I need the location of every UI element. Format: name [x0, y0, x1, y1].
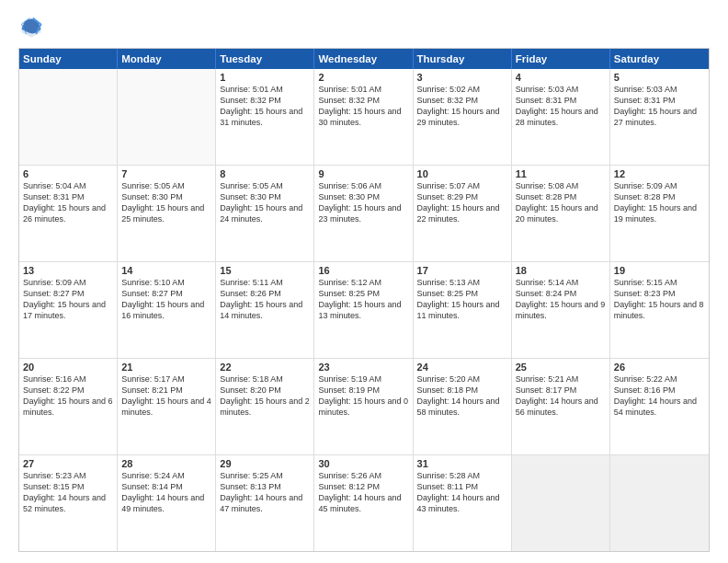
day-info: Sunrise: 5:25 AMSunset: 8:13 PMDaylight:…: [220, 470, 310, 515]
day-number: 31: [417, 458, 507, 469]
weekday-header-wednesday: Wednesday: [314, 49, 413, 69]
calendar-row-1: 1Sunrise: 5:01 AMSunset: 8:32 PMDaylight…: [19, 69, 709, 165]
calendar-row-5: 27Sunrise: 5:23 AMSunset: 8:15 PMDayligh…: [19, 454, 709, 551]
calendar-body: 1Sunrise: 5:01 AMSunset: 8:32 PMDaylight…: [19, 69, 709, 551]
day-info: Sunrise: 5:09 AMSunset: 8:27 PMDaylight:…: [23, 277, 113, 322]
day-info: Sunrise: 5:16 AMSunset: 8:22 PMDaylight:…: [23, 373, 113, 419]
weekday-header-tuesday: Tuesday: [216, 49, 314, 69]
calendar-cell: 5Sunrise: 5:03 AMSunset: 8:31 PMDaylight…: [610, 69, 709, 165]
weekday-header-thursday: Thursday: [414, 49, 512, 69]
calendar-cell: [118, 69, 216, 165]
day-number: 20: [23, 362, 113, 373]
calendar-cell: 25Sunrise: 5:21 AMSunset: 8:17 PMDayligh…: [512, 359, 610, 454]
weekday-header-saturday: Saturday: [610, 49, 709, 69]
day-info: Sunrise: 5:02 AMSunset: 8:32 PMDaylight:…: [417, 84, 507, 129]
day-number: 17: [417, 265, 507, 276]
calendar-cell: 11Sunrise: 5:08 AMSunset: 8:28 PMDayligh…: [512, 166, 610, 261]
calendar-cell: 13Sunrise: 5:09 AMSunset: 8:27 PMDayligh…: [19, 262, 118, 358]
day-info: Sunrise: 5:18 AMSunset: 8:20 PMDaylight:…: [220, 373, 310, 419]
calendar-cell: 3Sunrise: 5:02 AMSunset: 8:32 PMDaylight…: [414, 69, 512, 165]
calendar-cell: [19, 69, 118, 165]
day-info: Sunrise: 5:03 AMSunset: 8:31 PMDaylight:…: [614, 84, 705, 129]
calendar-cell: 18Sunrise: 5:14 AMSunset: 8:24 PMDayligh…: [512, 262, 610, 358]
day-number: 7: [121, 168, 211, 179]
day-info: Sunrise: 5:20 AMSunset: 8:18 PMDaylight:…: [417, 373, 507, 419]
day-number: 18: [516, 265, 606, 276]
day-info: Sunrise: 5:14 AMSunset: 8:24 PMDaylight:…: [516, 277, 606, 322]
calendar-cell: 26Sunrise: 5:22 AMSunset: 8:16 PMDayligh…: [610, 359, 709, 454]
day-number: 16: [318, 265, 408, 276]
day-info: Sunrise: 5:10 AMSunset: 8:27 PMDaylight:…: [121, 277, 211, 322]
day-info: Sunrise: 5:15 AMSunset: 8:23 PMDaylight:…: [614, 277, 705, 322]
calendar-cell: 23Sunrise: 5:19 AMSunset: 8:19 PMDayligh…: [314, 359, 413, 454]
day-info: Sunrise: 5:07 AMSunset: 8:29 PMDaylight:…: [417, 180, 507, 225]
day-number: 23: [318, 362, 408, 373]
day-number: 2: [318, 72, 408, 83]
calendar-cell: 14Sunrise: 5:10 AMSunset: 8:27 PMDayligh…: [118, 262, 216, 358]
calendar-cell: 27Sunrise: 5:23 AMSunset: 8:15 PMDayligh…: [19, 455, 118, 551]
logo: [18, 15, 48, 40]
day-number: 5: [614, 72, 705, 83]
day-info: Sunrise: 5:01 AMSunset: 8:32 PMDaylight:…: [220, 84, 310, 129]
calendar-cell: 2Sunrise: 5:01 AMSunset: 8:32 PMDaylight…: [314, 69, 413, 165]
calendar-cell: 8Sunrise: 5:05 AMSunset: 8:30 PMDaylight…: [216, 166, 314, 261]
day-info: Sunrise: 5:03 AMSunset: 8:31 PMDaylight:…: [516, 84, 606, 129]
day-info: Sunrise: 5:24 AMSunset: 8:14 PMDaylight:…: [121, 470, 211, 515]
calendar-cell: 15Sunrise: 5:11 AMSunset: 8:26 PMDayligh…: [216, 262, 314, 358]
calendar-cell: 22Sunrise: 5:18 AMSunset: 8:20 PMDayligh…: [216, 359, 314, 454]
day-number: 13: [23, 265, 113, 276]
day-info: Sunrise: 5:12 AMSunset: 8:25 PMDaylight:…: [318, 277, 408, 322]
calendar-cell: 19Sunrise: 5:15 AMSunset: 8:23 PMDayligh…: [610, 262, 709, 358]
day-info: Sunrise: 5:11 AMSunset: 8:26 PMDaylight:…: [220, 277, 310, 322]
day-number: 14: [121, 265, 211, 276]
day-info: Sunrise: 5:04 AMSunset: 8:31 PMDaylight:…: [23, 180, 113, 225]
day-info: Sunrise: 5:28 AMSunset: 8:11 PMDaylight:…: [417, 470, 507, 515]
calendar-cell: 21Sunrise: 5:17 AMSunset: 8:21 PMDayligh…: [118, 359, 216, 454]
day-number: 9: [318, 168, 408, 179]
calendar-cell: 1Sunrise: 5:01 AMSunset: 8:32 PMDaylight…: [216, 69, 314, 165]
calendar-cell: 29Sunrise: 5:25 AMSunset: 8:13 PMDayligh…: [216, 455, 314, 551]
calendar-cell: 20Sunrise: 5:16 AMSunset: 8:22 PMDayligh…: [19, 359, 118, 454]
calendar-cell: [610, 455, 709, 551]
calendar-cell: [512, 455, 610, 551]
weekday-header-sunday: Sunday: [19, 49, 118, 69]
day-info: Sunrise: 5:05 AMSunset: 8:30 PMDaylight:…: [220, 180, 310, 225]
day-number: 21: [121, 362, 211, 373]
header: [18, 15, 710, 40]
day-info: Sunrise: 5:05 AMSunset: 8:30 PMDaylight:…: [121, 180, 211, 225]
day-number: 15: [220, 265, 310, 276]
calendar: SundayMondayTuesdayWednesdayThursdayFrid…: [18, 48, 710, 552]
calendar-cell: 30Sunrise: 5:26 AMSunset: 8:12 PMDayligh…: [314, 455, 413, 551]
calendar-cell: 17Sunrise: 5:13 AMSunset: 8:25 PMDayligh…: [414, 262, 512, 358]
calendar-row-3: 13Sunrise: 5:09 AMSunset: 8:27 PMDayligh…: [19, 261, 709, 358]
day-number: 27: [23, 458, 113, 469]
day-info: Sunrise: 5:23 AMSunset: 8:15 PMDaylight:…: [23, 470, 113, 515]
day-number: 25: [516, 362, 606, 373]
calendar-cell: 31Sunrise: 5:28 AMSunset: 8:11 PMDayligh…: [414, 455, 512, 551]
day-info: Sunrise: 5:13 AMSunset: 8:25 PMDaylight:…: [417, 277, 507, 322]
day-info: Sunrise: 5:19 AMSunset: 8:19 PMDaylight:…: [318, 373, 408, 419]
day-info: Sunrise: 5:17 AMSunset: 8:21 PMDaylight:…: [121, 373, 211, 419]
calendar-cell: 12Sunrise: 5:09 AMSunset: 8:28 PMDayligh…: [610, 166, 709, 261]
day-number: 4: [516, 72, 606, 83]
day-number: 10: [417, 168, 507, 179]
day-number: 29: [220, 458, 310, 469]
calendar-cell: 16Sunrise: 5:12 AMSunset: 8:25 PMDayligh…: [314, 262, 413, 358]
day-number: 19: [614, 265, 705, 276]
logo-icon: [18, 15, 44, 40]
day-number: 28: [121, 458, 211, 469]
day-info: Sunrise: 5:26 AMSunset: 8:12 PMDaylight:…: [318, 470, 408, 515]
calendar-cell: 9Sunrise: 5:06 AMSunset: 8:30 PMDaylight…: [314, 166, 413, 261]
calendar-header: SundayMondayTuesdayWednesdayThursdayFrid…: [19, 49, 709, 69]
page: SundayMondayTuesdayWednesdayThursdayFrid…: [0, 0, 728, 563]
calendar-row-2: 6Sunrise: 5:04 AMSunset: 8:31 PMDaylight…: [19, 165, 709, 261]
calendar-cell: 10Sunrise: 5:07 AMSunset: 8:29 PMDayligh…: [414, 166, 512, 261]
day-number: 22: [220, 362, 310, 373]
calendar-cell: 7Sunrise: 5:05 AMSunset: 8:30 PMDaylight…: [118, 166, 216, 261]
weekday-header-friday: Friday: [512, 49, 610, 69]
day-info: Sunrise: 5:21 AMSunset: 8:17 PMDaylight:…: [516, 373, 606, 419]
day-info: Sunrise: 5:06 AMSunset: 8:30 PMDaylight:…: [318, 180, 408, 225]
day-number: 12: [614, 168, 705, 179]
calendar-cell: 4Sunrise: 5:03 AMSunset: 8:31 PMDaylight…: [512, 69, 610, 165]
day-number: 26: [614, 362, 705, 373]
